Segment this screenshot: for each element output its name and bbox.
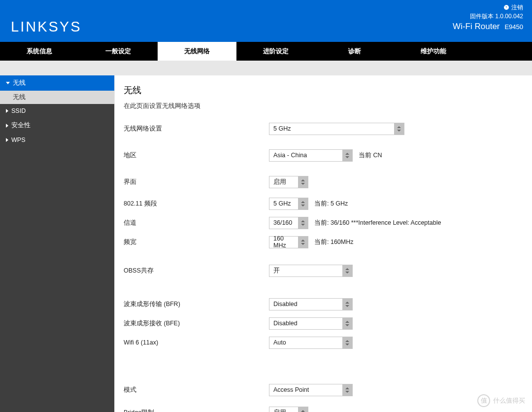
firmware-version: 固件版本 1.0.00.042 xyxy=(453,12,523,21)
select-band[interactable]: 5 GHz xyxy=(269,198,308,210)
sidebar: 无线 无线 SSID 安全性 WPS xyxy=(0,75,114,412)
spinner-icon xyxy=(342,150,352,161)
label-band: 802.11 频段 xyxy=(124,200,269,208)
row-region: 地区 Asia - China 当前 CN xyxy=(124,149,523,162)
hint-channel: 当前: 36/160 ***Interference Level: Accept… xyxy=(314,219,441,227)
select-interface[interactable]: 启用 xyxy=(269,176,308,188)
spinner-icon xyxy=(298,198,308,209)
label-bandwidth: 频宽 xyxy=(124,238,269,246)
header: 注销 固件版本 1.0.00.042 Wi-Fi Router E9450 LI… xyxy=(0,0,532,42)
label-obss: OBSS共存 xyxy=(124,267,269,275)
spinner-icon xyxy=(298,237,308,248)
watermark-badge: 值 xyxy=(477,394,490,407)
label-region: 地区 xyxy=(124,151,269,160)
tab-maintenance[interactable]: 维护功能 xyxy=(394,42,473,61)
tab-wireless[interactable]: 无线网络 xyxy=(158,42,236,61)
row-bridge: Bridge限制 启用 xyxy=(124,406,523,412)
sidebar-item-label: WPS xyxy=(11,137,25,143)
logout-link[interactable]: 注销 xyxy=(453,3,523,12)
top-nav: 系统信息 一般设定 无线网络 进阶设定 诊断 维护功能 xyxy=(0,42,532,61)
router-name: Wi-Fi Router xyxy=(453,22,499,31)
select-bridge[interactable]: 启用 xyxy=(269,407,308,412)
spinner-icon xyxy=(298,217,308,229)
spinner-icon xyxy=(298,407,308,412)
hint-region: 当前 CN xyxy=(359,151,382,160)
row-wifi6: Wifi 6 (11ax) Auto xyxy=(124,336,523,349)
page-title: 无线 xyxy=(124,84,523,96)
row-interface: 界面 启用 xyxy=(124,175,523,188)
select-bandwidth[interactable]: 160 MHz xyxy=(269,236,308,248)
spinner-icon xyxy=(342,318,352,329)
router-model: E9450 xyxy=(504,23,523,31)
sidebar-item-security[interactable]: 安全性 xyxy=(0,118,114,133)
chevron-down-icon xyxy=(6,82,10,84)
chevron-right-icon xyxy=(6,109,8,113)
row-network-setting: 无线网络设置 5 GHz xyxy=(124,122,523,135)
select-bfr[interactable]: Disabled xyxy=(269,298,353,310)
spinner-icon xyxy=(394,123,404,135)
watermark: 值 什么值得买 xyxy=(477,394,525,407)
label-interface: 界面 xyxy=(124,178,269,186)
hint-band: 当前: 5 GHz xyxy=(314,200,348,208)
hint-bandwidth: 当前: 160MHz xyxy=(314,238,354,246)
row-obss: OBSS共存 开 xyxy=(124,264,523,277)
spinner-icon xyxy=(342,384,352,396)
row-bfe: 波束成形接收 (BFE) Disabled xyxy=(124,317,523,330)
content-panel: 无线 在此页面设置无线网络选项 无线网络设置 5 GHz 地区 Asia - C… xyxy=(115,75,532,412)
label-mode: 模式 xyxy=(124,386,269,394)
spinner-icon xyxy=(342,299,352,310)
label-bfe: 波束成形接收 (BFE) xyxy=(124,319,269,328)
router-info: Wi-Fi Router E9450 xyxy=(453,22,523,32)
tab-general[interactable]: 一般设定 xyxy=(79,42,158,61)
label-channel: 信道 xyxy=(124,219,269,227)
label-wifi6: Wifi 6 (11ax) xyxy=(124,339,269,346)
chevron-right-icon xyxy=(6,138,8,142)
row-channel: 信道 36/160 当前: 36/160 ***Interference Lev… xyxy=(124,216,523,229)
tab-diagnostics[interactable]: 诊断 xyxy=(315,42,394,61)
spinner-icon xyxy=(342,265,352,276)
sidebar-sub-wireless[interactable]: 无线 xyxy=(0,91,114,104)
header-top-right: 注销 固件版本 1.0.00.042 Wi-Fi Router E9450 xyxy=(453,3,523,32)
logout-icon xyxy=(503,4,509,10)
select-network-setting[interactable]: 5 GHz xyxy=(269,123,404,135)
row-mode: 模式 Access Point xyxy=(124,383,523,396)
tab-system-info[interactable]: 系统信息 xyxy=(0,42,79,61)
sidebar-item-wireless[interactable]: 无线 xyxy=(0,75,114,91)
page-description: 在此页面设置无线网络选项 xyxy=(124,102,523,110)
select-region[interactable]: Asia - China xyxy=(269,149,353,162)
logout-label: 注销 xyxy=(511,3,523,12)
sidebar-item-label: 安全性 xyxy=(11,121,31,130)
brand-logo: LINKSYS xyxy=(11,19,82,35)
sidebar-item-wps[interactable]: WPS xyxy=(0,133,114,147)
sidebar-item-ssid[interactable]: SSID xyxy=(0,104,114,118)
row-bfr: 波束成形传输 (BFR) Disabled xyxy=(124,298,523,310)
row-bandwidth: 频宽 160 MHz 当前: 160MHz xyxy=(124,236,523,248)
row-band: 802.11 频段 5 GHz 当前: 5 GHz xyxy=(124,197,523,210)
main: 无线 无线 SSID 安全性 WPS 无线 在此页面设置无线网络选项 无线网络设… xyxy=(0,61,532,412)
tab-advanced[interactable]: 进阶设定 xyxy=(236,42,315,61)
select-obss[interactable]: 开 xyxy=(269,265,353,277)
select-channel[interactable]: 36/160 xyxy=(269,217,308,229)
chevron-right-icon xyxy=(6,124,8,128)
label-bridge: Bridge限制 xyxy=(124,409,269,412)
select-wifi6[interactable]: Auto xyxy=(269,337,353,349)
select-bfe[interactable]: Disabled xyxy=(269,317,353,330)
label-bfr: 波束成形传输 (BFR) xyxy=(124,300,269,309)
sidebar-item-label: 无线 xyxy=(13,79,26,87)
select-mode[interactable]: Access Point xyxy=(269,384,353,396)
sidebar-item-label: SSID xyxy=(11,107,26,114)
watermark-text: 什么值得买 xyxy=(493,396,525,405)
label-network-setting: 无线网络设置 xyxy=(124,125,269,133)
spinner-icon xyxy=(342,337,352,348)
spinner-icon xyxy=(298,176,308,188)
